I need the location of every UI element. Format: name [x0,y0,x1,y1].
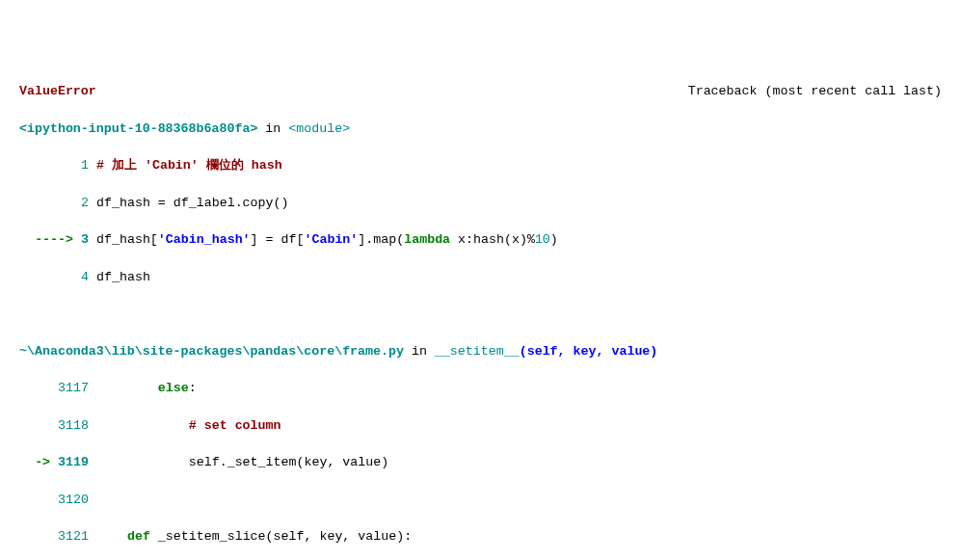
in-word: in [257,121,288,136]
code-seg: ) [550,232,558,247]
string: 'Cabin' [304,232,358,247]
arrow: -> [35,455,58,469]
lineno: 1 [81,158,89,173]
code [96,491,942,509]
code: df_hash = df_label.copy() [96,194,942,212]
code-seg: ].map( [358,232,404,247]
comment: # set column [189,418,281,433]
comment: # 加上 [96,158,145,173]
error-header: ValueError Traceback (most recent call l… [19,82,942,100]
input-ref: <ipython-input-10-88368b6a80fa> [19,121,257,136]
module-name: <module> [288,121,350,136]
comment-mid: 欄位的 [199,158,252,173]
func-sig: (self, key, value) [520,344,658,359]
traceback-label: Traceback (most recent call last) [688,82,942,100]
in-word: in [404,344,435,359]
code: df_hash [96,268,942,286]
traceback-output: ValueError Traceback (most recent call l… [19,64,942,560]
code-line: 3121 def _setitem_slice(self, key, value… [19,527,942,546]
string: 'Cabin_hash' [158,232,251,247]
code-line-current: -> 3119 self._set_item(key, value) [19,453,942,471]
keyword: def [127,529,150,544]
lineno: 3120 [58,493,89,507]
code-line: 3117 else: [19,379,942,397]
lineno: 4 [81,270,89,284]
code-seg: ] = df[ [251,232,305,247]
code-seg: df_hash[ [96,232,158,247]
lineno: 3117 [58,381,89,395]
keyword: lambda [404,232,450,247]
indent [96,418,189,433]
blank [19,305,942,323]
frame-header: ~\Anaconda3\lib\site-packages\pandas\cor… [19,342,942,360]
code-line: 2df_hash = df_label.copy() [19,194,942,212]
comment-str: 'Cabin' [145,158,199,173]
code-seg: _setitem_slice(self, key, value): [150,529,412,544]
lineno: 3 [81,232,89,247]
code-line: 4df_hash [19,268,942,286]
code: self._set_item(key, value) [96,453,942,471]
arrow: ----> [35,232,81,247]
func-name: __setitem__ [435,344,520,359]
indent [96,381,158,395]
code-seg: x:hash(x)% [450,232,535,247]
code-seg: : [189,381,197,395]
code-line: 3118 # set column [19,416,942,435]
lineno: 3119 [58,455,89,469]
code-line-current: ----> 3df_hash['Cabin_hash'] = df['Cabin… [19,230,942,249]
number: 10 [535,232,550,247]
lineno: 3118 [58,418,89,433]
comment-kw: hash [252,158,282,173]
code-line: 3120 [19,491,942,509]
traceback-label-gap [96,82,688,100]
lineno: 3121 [58,529,89,544]
file-path: ~\Anaconda3\lib\site-packages\pandas\cor… [19,344,404,359]
error-name: ValueError [19,82,96,100]
lineno: 2 [81,196,89,210]
input-frame-header: <ipython-input-10-88368b6a80fa> in <modu… [19,120,942,138]
code-line: 1# 加上 'Cabin' 欄位的 hash [19,156,942,174]
keyword: else [158,381,189,395]
indent [96,529,127,544]
